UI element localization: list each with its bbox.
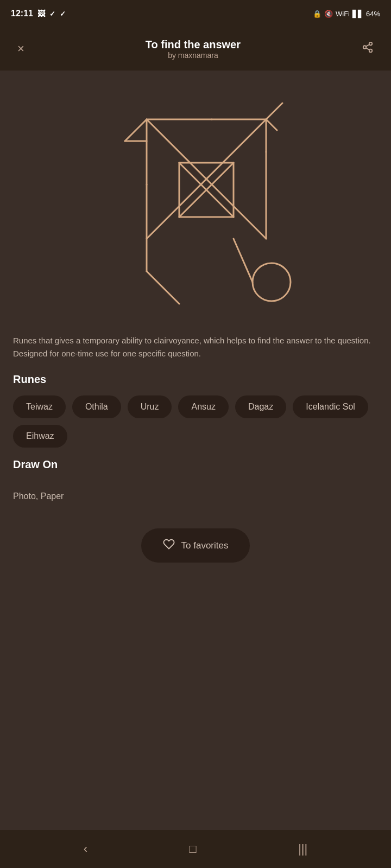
svg-point-23 <box>253 263 291 301</box>
page-title: To find the answer <box>29 39 357 51</box>
svg-point-1 <box>363 46 367 49</box>
status-right-icons: 🔒 🔇 WiFi ▋▋ 64% <box>313 10 380 18</box>
rune-tag-eihwaz[interactable]: Eihwaz <box>13 425 67 448</box>
favorites-button[interactable]: To favorites <box>141 528 250 563</box>
svg-point-0 <box>369 42 373 46</box>
main-content: Runes that gives a temporary ability to … <box>0 71 391 830</box>
rune-tag-uruz[interactable]: Uruz <box>128 395 172 418</box>
back-button[interactable]: ‹ <box>73 837 98 861</box>
share-button[interactable] <box>357 37 378 61</box>
rune-illustration <box>92 87 299 315</box>
rune-tag-teiwaz[interactable]: Teiwaz <box>13 395 66 418</box>
svg-line-24 <box>234 239 253 282</box>
battery-display: 64% <box>366 10 380 18</box>
home-button[interactable]: □ <box>178 837 207 861</box>
svg-point-2 <box>369 49 373 53</box>
rune-illustration-container <box>0 71 391 326</box>
runes-section: Runes Teiwaz Othila Uruz Ansuz Dagaz Ice… <box>0 373 391 458</box>
header-title-group: To find the answer by maxnamara <box>29 39 357 60</box>
author-label: by maxnamara <box>29 51 357 60</box>
rune-tag-ansuz[interactable]: Ansuz <box>178 395 228 418</box>
check-icon-2: ✓ <box>60 10 66 18</box>
favorites-label: To favorites <box>181 540 229 551</box>
wifi-icon: WiFi <box>336 10 350 18</box>
recent-apps-button[interactable]: ||| <box>287 837 318 861</box>
photo-icon: 🖼 <box>37 9 45 18</box>
svg-line-4 <box>366 44 369 47</box>
draw-on-title: Draw On <box>13 458 378 471</box>
time-display: 12:11 <box>11 9 33 18</box>
mute-icon: 🔇 <box>324 10 333 18</box>
description-text: Runes that gives a temporary ability to … <box>0 326 391 373</box>
bottom-space <box>0 584 391 747</box>
rune-tag-dagaz[interactable]: Dagaz <box>235 395 286 418</box>
rune-tag-othila[interactable]: Othila <box>72 395 121 418</box>
lock-icon: 🔒 <box>313 10 321 18</box>
svg-line-11 <box>266 103 282 119</box>
favorites-container: To favorites <box>0 518 391 584</box>
app-header: × To find the answer by maxnamara <box>0 27 391 71</box>
runes-section-title: Runes <box>13 373 378 386</box>
svg-line-3 <box>366 48 369 50</box>
navigation-bar: ‹ □ ||| <box>0 830 391 868</box>
svg-line-7 <box>125 119 147 141</box>
close-button[interactable]: × <box>13 37 29 60</box>
signal-icon: ▋▋ <box>352 10 363 18</box>
rune-tag-icelandic-sol[interactable]: Icelandic Sol <box>293 395 368 418</box>
draw-on-section: Draw On <box>0 458 391 492</box>
heart-icon <box>163 538 175 553</box>
svg-line-16 <box>147 271 179 304</box>
status-bar: 12:11 🖼 ✓ ✓ 🔒 🔇 WiFi ▋▋ 64% <box>0 0 391 27</box>
draw-on-value: Photo, Paper <box>0 492 391 518</box>
rune-tags-container: Teiwaz Othila Uruz Ansuz Dagaz Icelandic… <box>13 395 378 448</box>
status-time: 12:11 🖼 ✓ ✓ <box>11 9 66 18</box>
svg-line-25 <box>266 119 277 130</box>
check-icon-1: ✓ <box>49 10 55 18</box>
